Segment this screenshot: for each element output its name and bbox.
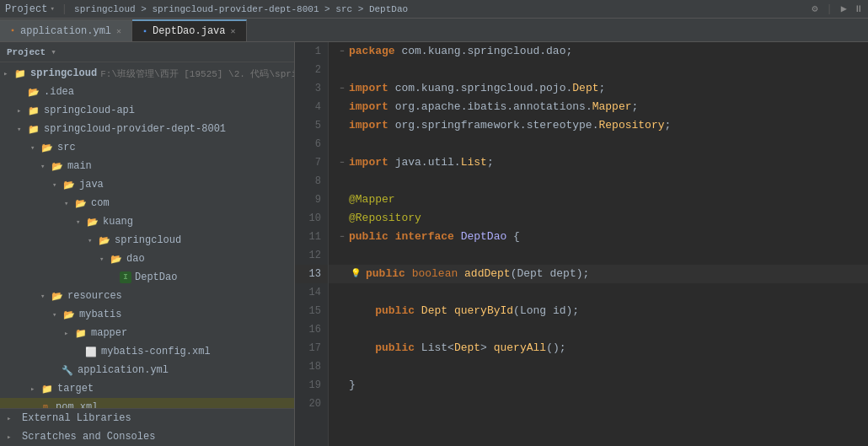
tab-yaml-label: application.yml [20,25,111,37]
folder-icon-kuang: 📂 [86,215,99,228]
sidebar: Project ▾ ▸ 📁 springcloud F:\班级管理\西开 [19… [0,42,295,446]
ln-3: 3 [295,79,328,98]
tree-item-mybatis-config[interactable]: ⬜ mybatis-config.xml [0,342,294,361]
ln-12: 12 [295,246,328,265]
tree-label-target: target [57,383,94,395]
tab-deptdao-java[interactable]: ▪ DeptDao.java ✕ [132,19,246,41]
tree-arrow-com: ▾ [64,199,74,208]
settings-icon[interactable]: ⚙ [812,3,817,15]
ln-7: 7 [295,153,328,172]
tab-application-yaml[interactable]: ▪ application.yml ✕ [0,19,132,41]
code-line-3: − import com.kuang.springcloud.pojo.Dept… [329,79,868,98]
code-line-16 [329,320,868,339]
code-line-13: 💡 public boolean addDept(Dept dept); [329,265,868,283]
tree-item-mapper[interactable]: ▸ 📁 mapper [0,324,294,342]
code-line-5: import org.springframework.stereotype.Re… [329,116,868,135]
tree-label-com: com [91,197,110,209]
yaml-icon-app: 🔧 [61,363,74,377]
external-libraries-label: External Libraries [22,412,131,424]
tree-item-pom-highlighted[interactable]: m pom.xml [0,398,294,408]
ln-1: 1 [295,42,328,61]
tree-item-springcloud-pkg[interactable]: ▾ 📂 springcloud [0,231,294,250]
tree-label-resources: resources [67,290,122,302]
tree-label-main: main [67,160,92,172]
folder-icon-mybatis: 📂 [62,308,76,321]
sidebar-item-external-libraries[interactable]: ▸ External Libraries [0,409,294,427]
tab-yaml-close[interactable]: ✕ [116,26,121,36]
ln-10: 10 [295,209,328,228]
tree-arrow-provider: ▾ [17,125,27,134]
tree-arrow-mybatis: ▾ [52,310,62,320]
folder-icon-idea: 📂 [27,85,40,99]
top-bar-separator: | [62,3,67,15]
tree-label-root: springcloud [30,67,97,79]
ln-16: 16 [295,320,328,339]
project-panel-arrow[interactable]: ▾ [51,46,56,57]
tree-arrow-springcloud-pkg: ▾ [88,236,98,245]
code-line-14 [329,283,868,302]
sidebar-header: Project ▾ [0,42,294,62]
run-icon[interactable]: ▶ [841,3,847,15]
fold-7[interactable]: − [337,153,347,172]
tab-bar: ▪ application.yml ✕ ▪ DeptDao.java ✕ [0,19,868,42]
code-line-7: − import java.util.List; [329,153,868,172]
folder-icon-target: 📁 [40,382,54,395]
tree-item-provider-module[interactable]: ▾ 📁 springcloud-provider-dept-8001 [0,120,294,138]
code-area[interactable]: − package com.kuang.springcloud.dao; − i… [329,42,868,446]
project-dropdown[interactable]: Project ▾ [5,3,55,15]
tree-label-mapper: mapper [91,327,127,339]
top-bar: Project ▾ | springcloud > springcloud-pr… [0,0,868,19]
tree-item-mybatis[interactable]: ▾ 📂 mybatis [0,305,294,324]
sidebar-tree[interactable]: ▸ 📁 springcloud F:\班级管理\西开 [19525] \2. 代… [0,62,294,408]
tree-arrow-kuang: ▾ [76,218,86,227]
code-line-18 [329,357,868,376]
tree-path-root: F:\班级管理\西开 [19525] \2. 代码\springbo [100,67,294,80]
tree-item-src[interactable]: ▾ 📂 src [0,138,294,157]
editor[interactable]: 1 2 3 4 5 6 7 8 9 10 11 12 13 14 15 16 1… [295,42,868,446]
pom-icon-highlighted: m [39,400,52,408]
tree-item-kuang[interactable]: ▾ 📂 kuang [0,212,294,231]
code-line-17: public List<Dept> queryAll(); [329,339,868,357]
tree-arrow-java: ▾ [52,180,62,190]
project-icon: 📁 [13,67,27,80]
tree-item-dao[interactable]: ▾ 📂 dao [0,250,294,268]
tab-java-close[interactable]: ✕ [231,26,236,36]
fold-11[interactable]: − [337,228,347,246]
project-panel-label: Project [7,47,46,57]
ln-6: 6 [295,135,328,153]
ln-15: 15 [295,302,328,320]
code-line-1: − package com.kuang.springcloud.dao; [329,42,868,61]
fold-3[interactable]: − [337,79,347,98]
ln-14: 14 [295,283,328,302]
ln-17: 17 [295,339,328,357]
toolbar-icon-2[interactable]: ⏸ [854,3,863,14]
tree-item-resources[interactable]: ▾ 📂 resources [0,287,294,305]
tab-java-label: DeptDao.java [153,25,225,37]
folder-icon-main: 📂 [51,159,64,173]
tree-item-idea[interactable]: 📂 .idea [0,83,294,101]
tree-arrow-root: ▸ [3,69,13,78]
fold-1[interactable]: − [337,42,347,61]
tree-item-deptdao[interactable]: I DeptDao [0,268,294,287]
folder-icon-com: 📂 [74,196,88,210]
tree-label-api: springcloud-api [44,105,135,116]
folder-icon-springcloud-pkg: 📂 [98,234,111,247]
code-line-8 [329,172,868,191]
tree-item-java[interactable]: ▾ 📂 java [0,175,294,194]
sidebar-item-scratches[interactable]: ▸ Scratches and Consoles [0,427,294,446]
tree-item-com[interactable]: ▾ 📂 com [0,194,294,212]
tree-item-target[interactable]: ▸ 📁 target [0,379,294,398]
tree-label-mybatis: mybatis [79,309,121,320]
interface-icon-deptdao: I [120,271,131,283]
tree-item-springcloud-root[interactable]: ▸ 📁 springcloud F:\班级管理\西开 [19525] \2. 代… [0,64,294,83]
code-line-20 [329,395,868,413]
bulb-icon[interactable]: 💡 [349,267,362,281]
tree-label-idea: .idea [44,86,74,98]
tree-item-main[interactable]: ▾ 📂 main [0,157,294,175]
tree-item-application-yml[interactable]: 🔧 application.yml [0,361,294,379]
ln-11: 11 [295,228,328,246]
tree-item-springcloud-api[interactable]: ▸ 📁 springcloud-api [0,101,294,120]
xml-icon-mybatis-config: ⬜ [84,345,98,358]
tree-arrow-main: ▾ [40,162,51,171]
tree-label-app-yml: application.yml [78,364,169,376]
